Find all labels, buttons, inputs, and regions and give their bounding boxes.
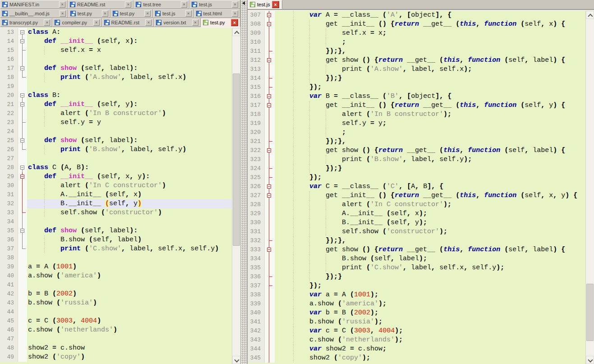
fold-toggle-icon[interactable] — [18, 91, 27, 100]
code-line[interactable]: 311 });}, — [248, 47, 585, 56]
code-line[interactable]: 337 }); — [248, 281, 585, 290]
code-line[interactable]: 13class A: — [0, 28, 232, 37]
file-tab[interactable]: compiler.py× — [52, 18, 101, 27]
code-line[interactable]: 319 self.y = y; — [248, 119, 585, 128]
close-icon[interactable]: × — [125, 1, 131, 8]
code-line[interactable]: 45c = C (3003, 4004) — [0, 317, 232, 326]
code-line[interactable]: 47 — [0, 335, 232, 344]
code-line[interactable]: 35 def show (self, label): — [0, 226, 232, 235]
fold-toggle-icon[interactable] — [265, 191, 275, 200]
fold-toggle-icon[interactable] — [18, 100, 27, 109]
file-tab[interactable]: test.js× — [153, 9, 194, 18]
right-vertical-scrollbar[interactable] — [585, 11, 594, 364]
scroll-down-button[interactable] — [232, 356, 240, 364]
close-icon[interactable]: × — [192, 19, 198, 26]
scroll-up-button[interactable] — [232, 28, 240, 36]
code-line[interactable]: 343 c.show ('netherlands'); — [248, 336, 585, 345]
code-line[interactable]: 14 def __init__ (self, x): — [0, 37, 232, 46]
file-tab[interactable]: test.tree× — [134, 0, 189, 9]
code-line[interactable]: 322 get show () {return __get__ (this, f… — [248, 146, 585, 155]
code-line[interactable]: 24 — [0, 127, 232, 136]
code-line[interactable]: 328 alert ('In C constructor'); — [248, 200, 585, 209]
file-tab[interactable]: test.py× — [201, 18, 240, 27]
fold-toggle-icon[interactable] — [18, 28, 27, 37]
close-icon[interactable]: × — [145, 19, 152, 26]
close-icon[interactable]: × — [59, 1, 65, 8]
code-line[interactable]: 33 self.show ('constructor') — [0, 208, 232, 217]
code-line[interactable]: 22 alert ('In B constructor') — [0, 109, 232, 118]
code-line[interactable]: 27 — [0, 154, 232, 163]
code-line[interactable]: 44 — [0, 308, 232, 317]
code-line[interactable]: 25 def show (self, label): — [0, 136, 232, 145]
fold-toggle-icon[interactable] — [265, 182, 275, 191]
right-scrollbar-thumb[interactable] — [586, 284, 594, 341]
code-line[interactable]: 37 print ('C.show', label, self.x, self.… — [0, 244, 232, 253]
code-line[interactable]: 332 });}, — [248, 236, 585, 245]
fold-toggle-icon[interactable] — [18, 136, 27, 145]
close-icon[interactable]: × — [232, 10, 238, 17]
close-icon[interactable]: × — [272, 1, 279, 8]
file-tab[interactable]: version.txt× — [154, 18, 201, 27]
fold-toggle-icon[interactable] — [265, 101, 275, 110]
code-line[interactable]: 342 var c = C (3003, 4004); — [248, 327, 585, 336]
code-line[interactable]: 339 a.show ('america'); — [248, 299, 585, 309]
file-tab[interactable]: MANIFEST.in× — [0, 0, 68, 9]
close-icon[interactable]: × — [60, 10, 66, 17]
close-icon[interactable]: × — [144, 10, 151, 17]
scroll-up-button[interactable] — [586, 11, 594, 19]
code-line[interactable]: 16 — [0, 55, 232, 64]
code-line[interactable]: 341 b.show ('russia'); — [248, 318, 585, 327]
close-icon[interactable]: × — [181, 1, 187, 8]
fold-toggle-icon[interactable] — [265, 245, 275, 254]
file-tab[interactable]: test.py× — [111, 9, 153, 18]
code-line[interactable]: 307 var A = __class__ ('A', [object], { — [248, 11, 585, 20]
file-tab[interactable]: transcrypt.py× — [0, 18, 52, 27]
file-tab[interactable]: README.rst× — [68, 0, 134, 9]
close-icon[interactable]: × — [102, 10, 108, 17]
code-line[interactable]: 327 get __init__ () {return __get__ (thi… — [248, 191, 585, 200]
fold-toggle-icon[interactable] — [265, 11, 275, 20]
left-vertical-scrollbar[interactable] — [232, 28, 240, 364]
file-tab[interactable]: README.rst× — [102, 18, 154, 27]
code-line[interactable]: 39a = A (1001) — [0, 263, 232, 272]
fold-toggle-icon[interactable] — [18, 163, 27, 172]
close-icon[interactable]: × — [93, 19, 100, 26]
code-line[interactable]: 309 self.x = x; — [248, 29, 585, 38]
code-line[interactable]: 335 print ('C.show', label, self.x, self… — [248, 263, 585, 272]
code-line[interactable]: 340 var b = B (2002); — [248, 309, 585, 318]
code-line[interactable]: 316 var B = __class__ ('B', [object], { — [248, 92, 585, 101]
code-line[interactable]: 345 show2 ('copy'); — [248, 354, 585, 363]
javascript-editor[interactable]: 307 var A = __class__ ('A', [object], {3… — [248, 10, 594, 364]
code-line[interactable]: 320 ; — [248, 128, 585, 137]
pane-splitter[interactable] — [240, 0, 247, 364]
code-line[interactable]: 15 self.x = x — [0, 46, 232, 55]
code-line[interactable]: 333 get show () {return __get__ (this, f… — [248, 245, 585, 254]
code-line[interactable]: 21 def __init__ (self, y): — [0, 100, 232, 109]
file-tab[interactable]: __builtin__.mod.js× — [0, 9, 68, 18]
code-line[interactable]: 330 B.__init__ (self, y); — [248, 218, 585, 227]
code-line[interactable]: 325 }); — [248, 173, 585, 182]
fold-toggle-icon[interactable] — [18, 37, 27, 46]
code-line[interactable]: 46c.show ('netherlands') — [0, 326, 232, 335]
code-line[interactable]: 26 print ('B.show', label, self.y) — [0, 145, 232, 154]
code-line[interactable]: 36 B.show (self, label) — [0, 235, 232, 244]
file-tab[interactable]: test.js× — [189, 0, 240, 9]
scroll-down-button[interactable] — [586, 356, 594, 364]
close-icon[interactable]: × — [44, 19, 50, 26]
code-line[interactable]: 323 print ('B.show', label, self.y); — [248, 155, 585, 164]
fold-toggle-icon[interactable] — [265, 56, 275, 65]
close-icon[interactable]: × — [185, 10, 192, 17]
code-line[interactable]: 48show2 = c.show — [0, 344, 232, 353]
code-line[interactable]: 308 get __init__ () {return __get__ (thi… — [248, 20, 585, 29]
code-line[interactable]: 331 self.show ('constructor'); — [248, 227, 585, 236]
code-line[interactable]: 19 — [0, 82, 232, 91]
code-line[interactable]: 313 print ('A.show', label, self.x); — [248, 65, 585, 74]
code-line[interactable]: 32 B.__init__ (self, y) — [0, 199, 232, 208]
code-line[interactable]: 338 var a = A (1001); — [248, 290, 585, 299]
code-line[interactable]: 29 def __init__ (self, x, y): — [0, 172, 232, 181]
code-line[interactable]: 310 ; — [248, 38, 585, 47]
file-tab[interactable]: test.py× — [68, 9, 111, 18]
code-line[interactable]: 326 var C = __class__ ('C', [A, B], { — [248, 182, 585, 191]
code-line[interactable]: 334 B.show (self, label); — [248, 254, 585, 263]
file-tab[interactable]: test.js× — [248, 0, 282, 9]
